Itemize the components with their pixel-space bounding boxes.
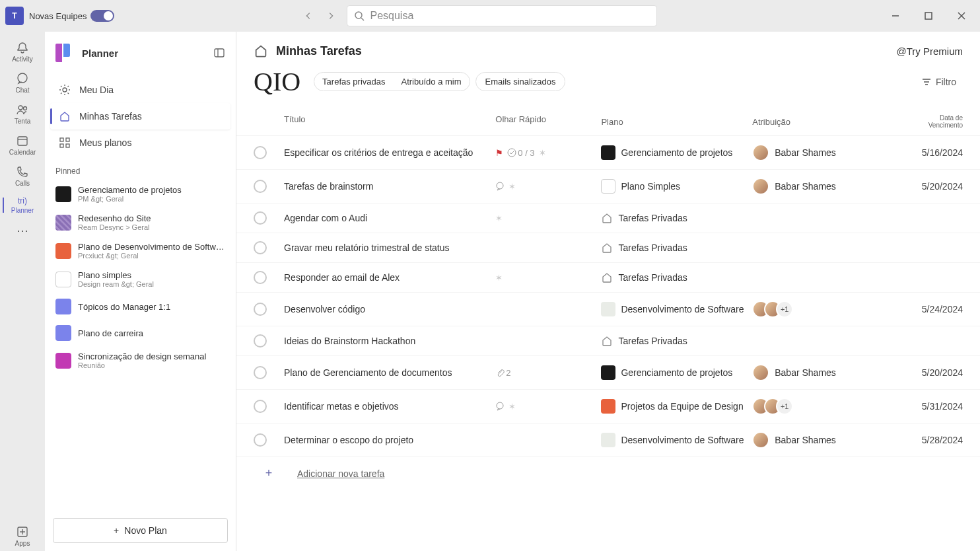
pinned-plan-subtitle: Reunião [78,361,206,369]
task-row[interactable]: Agendar com o Audi✶Tarefas Privadas [236,203,980,233]
task-plan: Desenvolvimento de Software [601,433,752,447]
pinned-plan-item[interactable]: Gerenciamento de projetosPM &gt; Geral [45,180,236,208]
task-complete-checkbox[interactable] [254,400,267,413]
people-icon [16,103,29,116]
task-row[interactable]: Responder ao email de Alex✶Tarefas Priva… [236,263,980,293]
new-plan-button[interactable]: + Novo Plan [53,518,228,543]
plan-badge-icon [601,365,615,380]
task-complete-checkbox[interactable] [254,211,267,225]
plan-badge-icon [601,302,615,316]
pinned-plan-item[interactable]: Plano simplesDesign ream &gt; Geral [45,265,236,293]
task-assignment: +1 [752,398,903,415]
comment-icon [495,402,505,411]
task-row[interactable]: Determinar o escopo do projetoDesenvolvi… [236,423,980,457]
svg-line-24 [68,86,69,87]
rail-teams[interactable]: Tenta [3,99,42,129]
task-assignment: Babar Shames [752,431,903,449]
col-title[interactable]: Título [284,114,495,129]
pinned-plan-item[interactable]: Plano de carreira [45,320,236,346]
plan-badge-icon [601,145,615,160]
svg-point-8 [24,107,27,110]
nav-back-button[interactable] [299,7,318,25]
add-task-row[interactable]: + Adicionar nova tarefa [236,457,980,490]
plan-color-icon [55,353,71,369]
search-placeholder: Pesquisa [370,10,413,22]
task-row[interactable]: Desenvolver códigoDesenvolvimento de Sof… [236,293,980,326]
task-complete-checkbox[interactable] [254,241,267,254]
qio-label: QIO [254,66,300,97]
task-complete-checkbox[interactable] [254,271,267,284]
task-complete-checkbox[interactable] [254,146,267,159]
task-row[interactable]: Especificar os critérios de entrega e ac… [236,136,980,170]
task-complete-checkbox[interactable] [254,303,267,316]
attachment-icon: 2 [495,368,510,378]
pinned-plan-title: Gerenciamento de projetos [78,185,182,195]
rail-apps[interactable]: Apps [3,521,42,551]
task-plan: Plano Simples [601,179,752,194]
task-row[interactable]: Plano de Gerenciamento de documentos 2Ge… [236,356,980,390]
task-complete-checkbox[interactable] [254,180,267,193]
plan-color-icon [55,186,71,202]
search-input[interactable]: Pesquisa [347,5,657,26]
pinned-plan-item[interactable]: Sincronização de design semanalReunião [45,346,236,375]
nav-my-plans[interactable]: Meus planos [50,129,230,156]
sun-icon: ✶ [539,148,546,158]
avatar [752,431,769,449]
pinned-plan-item[interactable]: Tópicos do Manager 1:1 [45,293,236,320]
pill-flagged-emails[interactable]: Emails sinalizados [475,72,566,91]
rail-chat[interactable]: Chat [3,68,42,98]
pinned-plan-title: Tópicos do Manager 1:1 [78,302,170,312]
sidebar-title: Planner [82,48,205,59]
task-row[interactable]: Identificar metas e objetivos✶Projetos d… [236,390,980,423]
task-row[interactable]: Tarefas de brainstorm✶Plano SimplesBabar… [236,170,980,203]
task-due-date: 5/31/2024 [903,401,963,412]
task-assignment: Babar Shames [752,144,903,161]
task-row[interactable]: Gravar meu relatório trimestral de statu… [236,233,980,263]
rail-more[interactable]: ⋯ [3,219,42,243]
nav-my-day[interactable]: Meu Dia [50,77,230,103]
col-quick-look[interactable]: Olhar Rápido [495,114,601,129]
task-plan: Projetos da Equipe de Design [601,399,752,414]
task-due-date: 5/20/2024 [903,181,963,192]
rail-calls[interactable]: Calls [3,161,42,191]
rail-planner[interactable]: tri) Planner [3,192,42,218]
col-due-date[interactable]: Data de Vencimento [903,114,963,129]
titlebar: T Novas Equipes Pesquisa [0,0,980,32]
svg-rect-3 [925,13,932,19]
window-close-button[interactable] [948,5,975,26]
rail-calendar[interactable]: Calendar [3,130,42,160]
col-plan[interactable]: Plano [601,114,752,129]
task-title: Responder ao email de Alex [284,272,495,283]
col-assignment[interactable]: Atribuição [752,114,903,129]
svg-point-33 [497,182,503,189]
pill-assigned-to-me[interactable]: Atribuído a mim [393,73,469,91]
task-due-date: 5/28/2024 [903,435,963,445]
window-minimize-button[interactable] [882,5,909,26]
task-plan: Gerenciamento de projetos [601,365,752,380]
grid-icon [58,136,71,149]
pinned-plan-subtitle: PM &gt; Geral [78,195,182,203]
new-teams-toggle[interactable] [90,10,114,22]
filter-button[interactable]: Filtro [915,73,963,91]
nav-my-tasks[interactable]: Minhas Tarefas [50,103,230,129]
task-title: Plano de Gerenciamento de documentos [284,367,495,378]
task-row[interactable]: Ideias do Brainstorm HackathonTarefas Pr… [236,326,980,356]
rail-activity[interactable]: Activity [3,37,42,67]
try-premium-link[interactable]: @Try Premium [896,46,963,57]
window-maximize-button[interactable] [915,5,942,26]
pinned-plan-item[interactable]: Redesenho do SiteReam Desync > Geral [45,208,236,237]
task-complete-checkbox[interactable] [254,334,267,348]
pill-private-tasks[interactable]: Tarefas privadas [314,73,393,91]
task-plan: Tarefas Privadas [601,272,752,283]
quick-look-icons: ✶ [495,402,601,412]
task-complete-checkbox[interactable] [254,366,267,379]
svg-rect-9 [18,137,27,145]
sidebar-collapse-button[interactable] [213,47,225,59]
nav-forward-button[interactable] [322,7,340,25]
pinned-plan-subtitle: Prcxiuct &gt; Geral [78,252,225,260]
svg-line-23 [61,93,62,94]
task-complete-checkbox[interactable] [254,433,267,447]
sun-icon: ✶ [508,402,516,412]
pinned-plan-item[interactable]: Plano de Desenvolvimento de SoftwarePrcx… [45,237,236,265]
task-plan: Tarefas Privadas [601,242,752,254]
